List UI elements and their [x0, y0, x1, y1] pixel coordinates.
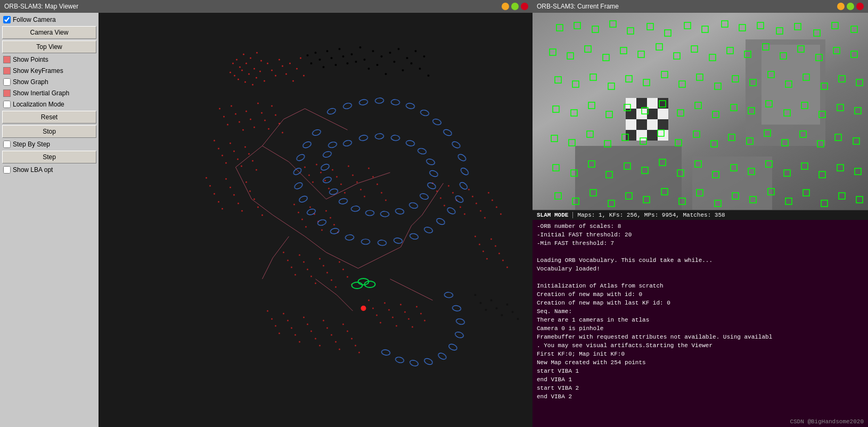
console-line: -Initial FAST threshold: 20	[537, 231, 864, 239]
step-by-step-label: Step By Step	[13, 141, 50, 148]
svg-point-32	[310, 62, 313, 64]
svg-point-29	[300, 58, 301, 59]
svg-point-84	[233, 151, 235, 152]
show-inertial-graph-row[interactable]: Show Inertial Graph	[2, 88, 96, 98]
svg-point-160	[380, 322, 381, 324]
svg-point-162	[388, 309, 390, 311]
svg-point-88	[248, 153, 250, 155]
svg-point-103	[253, 199, 255, 200]
svg-point-11	[234, 75, 235, 77]
show-keyframes-color-icon	[3, 67, 11, 75]
step-by-step-row[interactable]: Step By Step	[2, 139, 96, 149]
svg-point-164	[396, 325, 397, 327]
svg-point-189	[335, 341, 337, 343]
top-view-button[interactable]: Top View	[2, 40, 96, 53]
show-lba-row[interactable]: Show LBA opt	[2, 165, 96, 175]
svg-point-227	[496, 307, 498, 309]
console-line: Creation of new map with id: 0	[537, 290, 864, 299]
show-graph-row[interactable]: Show Graph	[2, 77, 96, 87]
svg-point-72	[261, 112, 263, 114]
svg-point-200	[448, 185, 449, 187]
svg-point-63	[227, 124, 228, 126]
svg-point-91	[206, 177, 207, 179]
svg-point-230	[512, 311, 514, 313]
svg-point-74	[268, 128, 269, 130]
svg-point-93	[214, 193, 215, 195]
svg-point-168	[412, 326, 413, 328]
svg-point-21	[271, 70, 273, 71]
svg-point-187	[326, 327, 328, 329]
console-line: Initialization of Atlas from scratch	[537, 282, 864, 290]
step-button[interactable]: Step	[2, 151, 96, 163]
localization-mode-label: Localization Mode	[13, 101, 64, 108]
svg-point-170	[420, 313, 422, 315]
svg-point-167	[408, 318, 410, 320]
svg-point-33	[315, 52, 317, 54]
svg-point-171	[424, 320, 425, 322]
localization-mode-row[interactable]: Localization Mode	[2, 100, 96, 109]
svg-point-142	[294, 274, 296, 276]
svg-point-181	[303, 317, 305, 318]
svg-point-52	[394, 61, 396, 63]
svg-point-225	[485, 309, 487, 311]
step-by-step-checkbox[interactable]	[3, 141, 11, 148]
svg-point-95	[222, 208, 223, 210]
svg-point-45	[364, 59, 366, 61]
svg-point-136	[330, 217, 331, 219]
console-line: -ORB number of scales: 8	[537, 222, 864, 231]
svg-point-59	[423, 55, 425, 58]
stop-button[interactable]: Stop	[2, 125, 96, 138]
svg-point-180	[299, 341, 300, 343]
frame-minimize[interactable]	[837, 3, 845, 10]
svg-point-117	[348, 166, 349, 167]
show-keyframes-label: Show KeyFrames	[13, 67, 63, 75]
svg-point-39	[339, 48, 341, 50]
svg-rect-343	[636, 130, 647, 141]
show-graph-checkbox[interactable]	[3, 78, 11, 86]
svg-point-148	[319, 258, 321, 260]
svg-rect-330	[626, 98, 636, 109]
localization-mode-checkbox[interactable]	[3, 101, 11, 108]
show-points-row[interactable]: Show Points	[2, 55, 96, 64]
frame-close[interactable]	[856, 3, 864, 10]
svg-point-56	[411, 62, 413, 64]
svg-point-219	[495, 245, 496, 247]
svg-point-191	[342, 324, 344, 325]
svg-point-1	[232, 63, 234, 64]
slam-mode-label: SLAM MODE	[537, 212, 573, 218]
svg-point-101	[245, 182, 247, 183]
svg-rect-331	[636, 98, 647, 109]
map-viewer-maximize[interactable]	[511, 3, 519, 10]
svg-point-83	[230, 143, 231, 144]
map-viewer-minimize[interactable]	[502, 3, 509, 10]
left-control-panel: Follow Camera Camera View Top View Show …	[0, 13, 99, 427]
svg-point-71	[257, 103, 259, 104]
follow-camera-checkbox[interactable]	[3, 16, 11, 23]
camera-frame-svg	[533, 13, 868, 210]
svg-point-186	[323, 320, 324, 322]
svg-point-185	[319, 345, 321, 347]
svg-point-141	[291, 267, 292, 268]
map-viewer-close[interactable]	[521, 3, 528, 10]
show-lba-checkbox[interactable]	[3, 166, 11, 174]
reset-button[interactable]: Reset	[2, 111, 96, 124]
show-keyframes-row[interactable]: Show KeyFrames	[2, 66, 96, 76]
camera-view-button[interactable]: Camera View	[2, 26, 96, 39]
svg-point-188	[331, 334, 332, 336]
svg-point-58	[419, 68, 421, 70]
svg-point-6	[250, 58, 251, 59]
frame-maximize[interactable]	[847, 3, 854, 10]
svg-point-155	[347, 276, 348, 278]
svg-point-10	[230, 72, 231, 73]
svg-point-207	[476, 203, 477, 204]
svg-point-154	[342, 269, 344, 270]
svg-point-67	[242, 129, 244, 131]
svg-point-57	[415, 50, 417, 52]
follow-camera-row[interactable]: Follow Camera	[2, 15, 96, 24]
svg-point-82	[225, 162, 227, 164]
svg-point-106	[304, 167, 306, 168]
svg-rect-340	[647, 119, 658, 130]
svg-point-78	[282, 132, 283, 134]
svg-point-28	[296, 68, 298, 70]
svg-point-205	[468, 189, 470, 191]
